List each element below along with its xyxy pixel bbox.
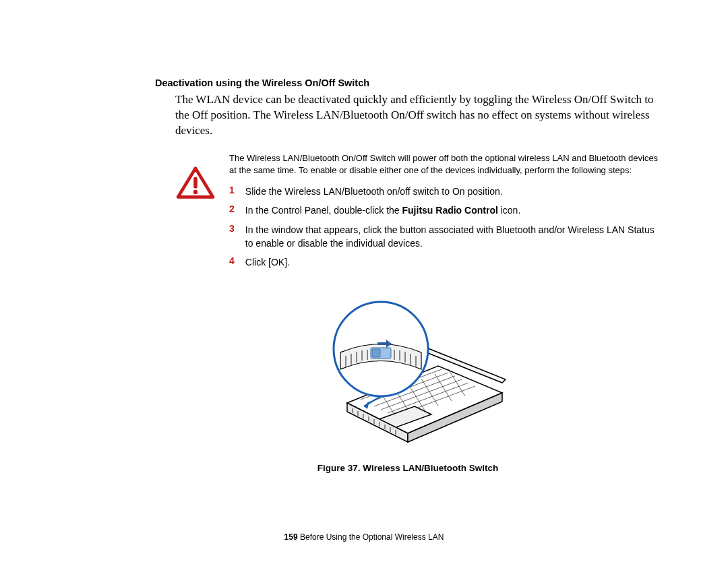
step-text: In the window that appears, click the bu…: [245, 223, 661, 256]
step-number: 3: [229, 223, 245, 256]
svg-rect-0: [193, 177, 198, 189]
warning-block: The Wireless LAN/Bluetooth On/Off Switch…: [175, 152, 661, 275]
manual-page: Deactivation using the Wireless On/Off S…: [0, 0, 728, 562]
svg-rect-40: [372, 349, 380, 357]
figure: Figure 37. Wireless LAN/Bluetooth Switch: [155, 288, 661, 473]
warning-intro: The Wireless LAN/Bluetooth On/Off Switch…: [229, 152, 661, 177]
step-list: 1 Slide the Wireless LAN/Bluetooth on/of…: [229, 185, 661, 274]
list-item: 4 Click [OK].: [229, 255, 661, 274]
figure-image: [300, 288, 516, 454]
warning-icon: [175, 166, 216, 275]
step-text: Click [OK].: [245, 255, 661, 274]
step-number: 4: [229, 255, 245, 274]
footer-text: Before Using the Optional Wireless LAN: [298, 532, 444, 542]
list-item: 1 Slide the Wireless LAN/Bluetooth on/of…: [229, 185, 661, 204]
page-number: 159: [284, 532, 298, 542]
list-item: 2 In the Control Panel, double-click the…: [229, 204, 661, 222]
list-item: 3 In the window that appears, click the …: [229, 223, 661, 256]
step-text: Slide the Wireless LAN/Bluetooth on/off …: [245, 185, 661, 204]
step-number: 1: [229, 185, 245, 204]
warning-content: The Wireless LAN/Bluetooth On/Off Switch…: [229, 152, 661, 275]
step-number: 2: [229, 204, 245, 222]
section-heading: Deactivation using the Wireless On/Off S…: [155, 77, 661, 88]
page-footer: 159 Before Using the Optional Wireless L…: [0, 532, 728, 542]
svg-point-1: [193, 190, 198, 195]
figure-caption: Figure 37. Wireless LAN/Bluetooth Switch: [155, 463, 661, 473]
step-text: In the Control Panel, double-click the F…: [245, 204, 661, 222]
section-body: The WLAN device can be deactivated quick…: [175, 92, 661, 139]
